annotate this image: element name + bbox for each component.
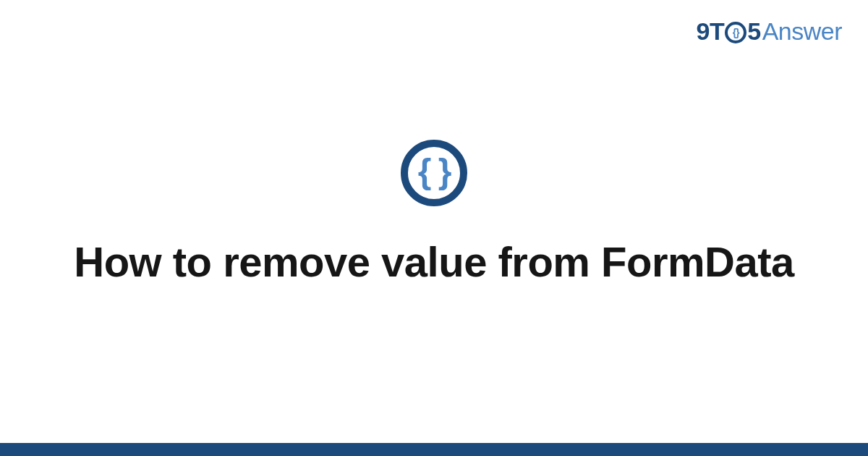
footer-bar: [0, 443, 868, 456]
page-title: How to remove value from FormData: [74, 237, 794, 287]
braces-icon: { }: [418, 154, 451, 189]
main-content: { } How to remove value from FormData: [0, 0, 868, 456]
category-badge-icon: { }: [401, 140, 467, 206]
